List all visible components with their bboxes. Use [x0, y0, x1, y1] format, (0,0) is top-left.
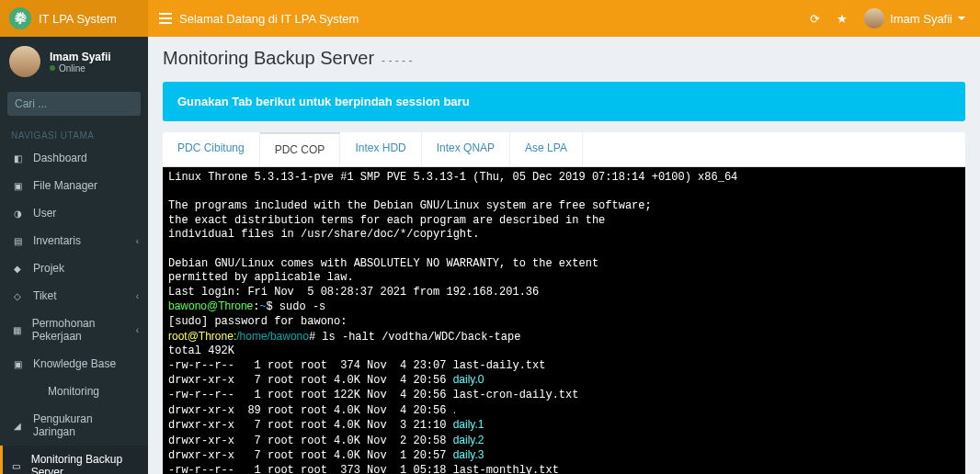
avatar-icon	[864, 8, 884, 28]
topbar-right: ⟳ ★ Imam Syafii	[810, 8, 980, 28]
chevron-left-icon: ‹	[136, 325, 139, 335]
brand-name: IT LPA System	[39, 12, 117, 26]
nav-icon: ▤	[11, 236, 24, 246]
tab-intex-hdd[interactable]: Intex HDD	[340, 132, 421, 166]
page-title: Monitoring Backup Server - - - - -	[163, 48, 965, 69]
tab-pdc-cop[interactable]: PDC COP	[260, 132, 341, 167]
nav-icon: ◢	[11, 421, 24, 431]
star-icon[interactable]: ★	[837, 12, 848, 26]
chevron-down-icon	[958, 17, 965, 20]
sidebar-item-projek[interactable]: ◆Projek	[0, 254, 148, 282]
avatar-icon	[9, 46, 40, 77]
sidebar-item-user[interactable]: ◑User	[0, 199, 148, 227]
search-input[interactable]	[7, 92, 141, 116]
info-callout: Gunakan Tab berikut untuk berpindah sess…	[163, 82, 965, 121]
chevron-left-icon: ‹	[136, 236, 139, 246]
nav-label: Pengukuran Jaringan	[33, 412, 137, 438]
session-tabs: PDC CibitungPDC COPIntex HDDIntex QNAPAs…	[163, 132, 965, 167]
nav-header: NAVIGASI UTAMA	[0, 123, 148, 144]
sidebar: Imam Syafii Online NAVIGASI UTAMA ◧Dashb…	[0, 37, 148, 474]
tab-ase-lpa[interactable]: Ase LPA	[510, 132, 583, 166]
sidebar-item-tiket[interactable]: ◇Tiket‹	[0, 282, 148, 310]
tab-pdc-cibitung[interactable]: PDC Cibitung	[163, 132, 260, 166]
sidebar-item-dashboard[interactable]: ◧Dashboard	[0, 144, 148, 172]
brand-logo[interactable]: 拳 IT LPA System	[0, 0, 148, 37]
sidebar-item-pengukuran-jaringan[interactable]: ◢Pengukuran Jaringan	[0, 405, 148, 446]
nav-icon: ▣	[11, 181, 24, 191]
main-content: Monitoring Backup Server - - - - - Gunak…	[148, 37, 980, 474]
sidebar-item-knowledge-base[interactable]: ▣Knowledge Base	[0, 350, 148, 378]
sidebar-item-monitoring[interactable]: Monitoring	[0, 378, 148, 405]
nav-icon: ▭	[11, 461, 22, 471]
chevron-left-icon: ‹	[136, 291, 139, 301]
tab-intex-qnap[interactable]: Intex QNAP	[422, 132, 510, 166]
nav-label: Monitoring	[48, 385, 99, 398]
sidebar-username: Imam Syafii	[50, 51, 111, 63]
nav-icon: ◇	[11, 291, 24, 301]
sidebar-search	[7, 92, 141, 116]
nav-icon: ▦	[11, 325, 23, 335]
sidebar-item-file-manager[interactable]: ▣File Manager	[0, 172, 148, 199]
user-menu[interactable]: Imam Syafii	[864, 8, 965, 28]
nav-label: Knowledge Base	[33, 357, 116, 370]
brand-badge-icon: 拳	[9, 7, 31, 29]
sidebar-item-monitoring-backup-server[interactable]: ▭Monitoring Backup Server	[0, 446, 148, 474]
sidebar-user-panel: Imam Syafii Online	[0, 37, 148, 86]
page-header: Monitoring Backup Server - - - - -	[148, 37, 980, 74]
sidebar-item-inventaris[interactable]: ▤Inventaris‹	[0, 227, 148, 254]
nav-label: Permohonan Pekerjaan	[32, 317, 137, 343]
nav-icon: ▣	[11, 359, 24, 369]
nav-label: File Manager	[33, 179, 97, 192]
nav-label: Monitoring Backup Server	[31, 453, 137, 474]
page-subtitle: - - - - -	[382, 54, 412, 67]
terminal-output[interactable]: Linux Throne 5.3.13-1-pve #1 SMP PVE 5.3…	[163, 167, 965, 474]
menu-toggle-icon[interactable]	[159, 13, 172, 24]
nav-label: Dashboard	[33, 152, 87, 164]
nav-icon: ◆	[11, 264, 24, 274]
nav-icon: ◑	[11, 209, 24, 219]
welcome-text: Selamat Datang di IT LPA System	[179, 12, 359, 26]
topbar: 拳 IT LPA System Selamat Datang di IT LPA…	[0, 0, 980, 37]
nav-label: User	[33, 207, 56, 220]
sidebar-status: Online	[50, 63, 111, 73]
topbar-left: Selamat Datang di IT LPA System	[148, 12, 810, 26]
sidebar-item-permohonan-pekerjaan[interactable]: ▦Permohonan Pekerjaan‹	[0, 310, 148, 350]
nav-list: ◧Dashboard▣File Manager◑User▤Inventaris‹…	[0, 144, 148, 474]
nav-label: Projek	[33, 262, 64, 275]
refresh-icon[interactable]: ⟳	[810, 12, 820, 26]
nav-icon: ◧	[11, 153, 24, 164]
nav-label: Inventaris	[33, 234, 81, 247]
nav-label: Tiket	[33, 289, 57, 302]
status-dot-icon	[50, 65, 55, 71]
topbar-username: Imam Syafii	[890, 12, 952, 26]
